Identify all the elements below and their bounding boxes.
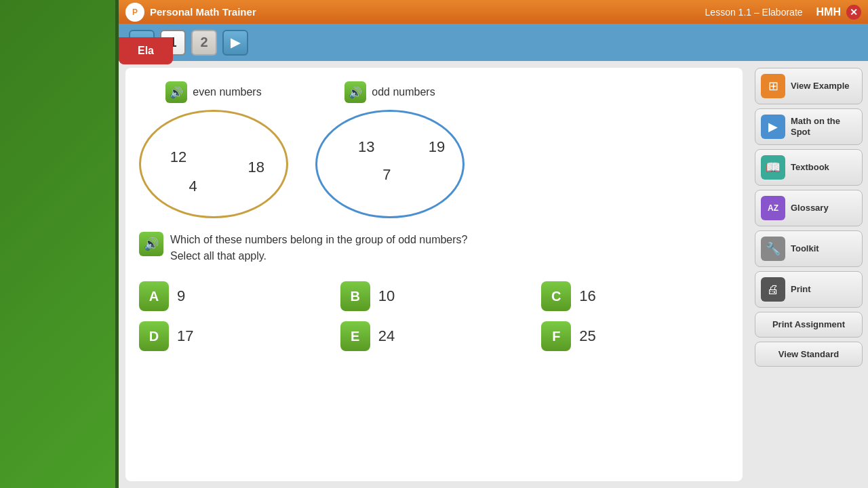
hmh-logo: HMH [816, 6, 841, 18]
print-icon: 🖨 [761, 277, 785, 302]
choice-c-value: 16 [579, 287, 595, 305]
toolkit-button[interactable]: 🔧 Toolkit [755, 230, 863, 267]
choice-a-value: 9 [177, 287, 185, 305]
choice-c-button[interactable]: C [541, 281, 571, 311]
page-2-label: 2 [200, 35, 208, 50]
hmh-area: HMH ✕ [816, 5, 861, 20]
choice-a-button[interactable]: A [139, 281, 169, 311]
textbook-icon: 📖 [761, 155, 785, 180]
choice-b-letter: B [350, 289, 359, 304]
print-label: Print [791, 284, 811, 295]
print-button[interactable]: 🖨 Print [755, 271, 863, 308]
math-on-spot-label: Math on the Spot [791, 116, 856, 137]
content-area: 🔊 even numbers 12 18 4 🔊 [119, 61, 868, 488]
choice-c-item: C 16 [541, 281, 729, 311]
odd-speaker-icon: 🔊 [349, 86, 362, 99]
odd-numbers-section: 🔊 odd numbers 13 19 7 [315, 81, 465, 218]
choice-d-value: 17 [177, 327, 193, 345]
choice-c-letter: C [551, 289, 561, 304]
even-num-12: 12 [170, 148, 186, 166]
question-body: Which of these numbers belong in the gro… [170, 232, 468, 264]
close-button[interactable]: ✕ [846, 5, 861, 20]
view-example-label: View Example [791, 81, 849, 92]
view-standard-button[interactable]: View Standard [755, 342, 863, 367]
choice-d-letter: D [149, 329, 159, 344]
next-nav-icon: ▶ [231, 35, 240, 50]
view-standard-label: View Standard [778, 349, 839, 360]
choice-f-button[interactable]: F [541, 321, 571, 351]
left-panel-label: Ela [119, 37, 173, 64]
odd-num-19: 19 [429, 138, 445, 156]
choice-b-item: B 10 [340, 281, 528, 311]
choice-b-button[interactable]: B [340, 281, 370, 311]
choice-e-button[interactable]: E [340, 321, 370, 351]
diagrams-area: 🔊 even numbers 12 18 4 🔊 [139, 81, 729, 218]
nav-bar: ◀ 1 2 ▶ [119, 24, 868, 61]
odd-num-7: 7 [382, 166, 391, 184]
even-oval: 12 18 4 [139, 110, 288, 218]
page-2-button[interactable]: 2 [191, 30, 217, 56]
choice-e-item: E 24 [340, 321, 528, 351]
choice-d-button[interactable]: D [139, 321, 169, 351]
left-label-text: Ela [138, 45, 154, 57]
question-speaker-button[interactable]: 🔊 [139, 232, 163, 256]
question-panel: 🔊 even numbers 12 18 4 🔊 [125, 68, 743, 481]
textbook-button[interactable]: 📖 Textbook [755, 149, 863, 186]
print-assignment-button[interactable]: Print Assignment [755, 312, 863, 338]
choice-f-value: 25 [579, 327, 595, 345]
app-logo: P [125, 3, 144, 22]
question-speaker-icon: 🔊 [144, 237, 159, 251]
textbook-label: Textbook [791, 162, 829, 173]
toolkit-icon: 🔧 [761, 237, 785, 261]
next-nav-button[interactable]: ▶ [222, 30, 248, 56]
odd-speaker-button[interactable]: 🔊 [344, 81, 366, 103]
choice-f-item: F 25 [541, 321, 729, 351]
choice-a-letter: A [149, 289, 159, 304]
choice-d-item: D 17 [139, 321, 327, 351]
glossary-label: Glossary [791, 203, 829, 214]
choice-e-letter: E [351, 329, 359, 344]
question-text-row: 🔊 Which of these numbers belong in the g… [139, 232, 729, 264]
print-assignment-label: Print Assignment [772, 319, 845, 330]
view-example-icon: ⊞ [761, 74, 785, 98]
math-on-spot-icon: ▶ [761, 115, 785, 139]
odd-num-13: 13 [358, 138, 374, 156]
even-speaker-button[interactable]: 🔊 [165, 81, 187, 103]
view-example-button[interactable]: ⊞ View Example [755, 68, 863, 104]
choices-grid: A 9 B 10 C 16 [139, 281, 729, 351]
even-label-text: even numbers [193, 86, 261, 98]
odd-label-row: 🔊 odd numbers [344, 81, 435, 103]
even-num-4: 4 [189, 178, 197, 195]
even-label-row: 🔊 even numbers [165, 81, 261, 103]
math-on-spot-button[interactable]: ▶ Math on the Spot [755, 108, 863, 145]
right-sidebar: ⊞ View Example ▶ Math on the Spot 📖 Text… [749, 61, 868, 488]
toolkit-label: Toolkit [791, 243, 819, 254]
odd-label-text: odd numbers [372, 86, 435, 98]
odd-oval: 13 19 7 [315, 110, 465, 218]
question-sub-text: Select all that apply. [170, 248, 468, 264]
even-speaker-icon: 🔊 [170, 86, 183, 99]
choice-f-letter: F [552, 329, 560, 344]
lesson-label: Lesson 1.1 – Elaborate [705, 7, 803, 18]
choice-e-value: 24 [378, 327, 395, 345]
glossary-icon: AZ [761, 196, 785, 220]
question-main-text: Which of these numbers belong in the gro… [170, 232, 468, 248]
app-title: Personal Math Trainer [150, 6, 705, 18]
logo-letter: P [132, 7, 138, 17]
even-numbers-section: 🔊 even numbers 12 18 4 [139, 81, 288, 218]
even-num-18: 18 [248, 159, 264, 176]
title-bar: P Personal Math Trainer Lesson 1.1 – Ela… [119, 0, 868, 24]
glossary-button[interactable]: AZ Glossary [755, 190, 863, 226]
choice-b-value: 10 [378, 287, 395, 305]
choice-a-item: A 9 [139, 281, 327, 311]
main-window: P Personal Math Trainer Lesson 1.1 – Ela… [119, 0, 868, 488]
